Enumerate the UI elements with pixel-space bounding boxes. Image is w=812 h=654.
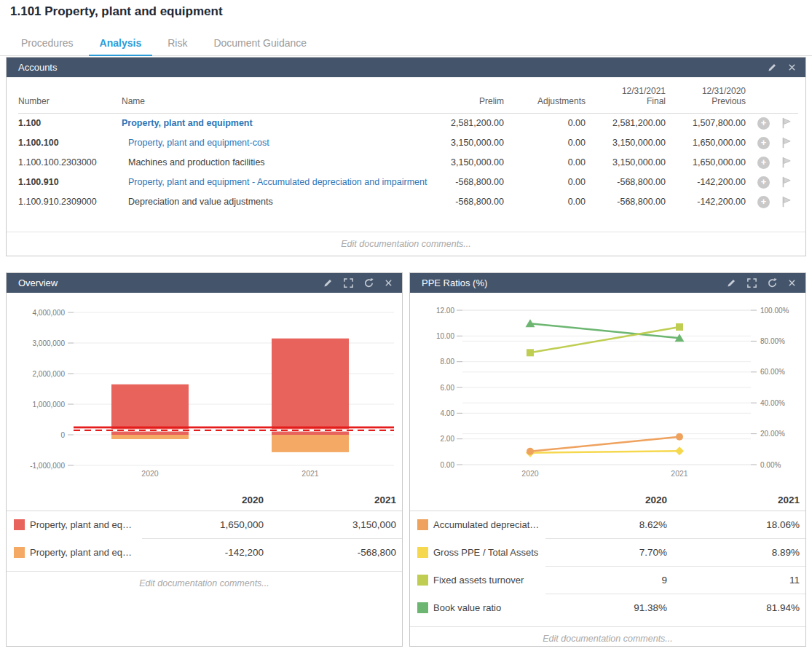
undo-icon[interactable]	[767, 277, 778, 288]
previous-value: 1,650,000.00	[666, 153, 746, 173]
legend-value: -142,200	[142, 539, 269, 567]
legend-row: Gross PPE / Total Assets7.70%8.89%	[410, 539, 805, 567]
svg-text:60.00%: 60.00%	[760, 368, 785, 376]
page-title: 1.101 Property, plant and equipment	[10, 4, 223, 19]
flag-icon[interactable]	[779, 176, 794, 189]
col-final-date: 12/31/2021	[586, 86, 666, 96]
account-name[interactable]: Property, plant and equipment-cost	[122, 133, 434, 153]
previous-value: -142,200.00	[666, 192, 746, 212]
expand-icon[interactable]	[343, 277, 354, 288]
account-number: 1.100.910.2309000	[18, 192, 122, 212]
tab-bar: ProceduresAnalysisRiskDocument Guidance	[0, 32, 812, 56]
svg-text:1,000,000: 1,000,000	[33, 401, 66, 409]
row-actions: +	[746, 173, 798, 192]
legend-swatch	[417, 575, 428, 586]
tab-risk[interactable]: Risk	[157, 32, 198, 55]
account-name[interactable]: Property, plant and equipment - Accumula…	[122, 173, 434, 192]
legend-label: Accumulated depreciatio...	[410, 511, 545, 539]
row-actions: +	[746, 192, 798, 212]
accounts-header-row: Number Name Prelim Adjustments 12/31/202…	[18, 77, 798, 114]
ppe-legend-block: 20202021Accumulated depreciatio...8.62%1…	[410, 490, 805, 650]
ppe-legend: 20202021Accumulated depreciatio...8.62%1…	[410, 490, 805, 622]
accounts-table: Number Name Prelim Adjustments 12/31/202…	[18, 77, 798, 212]
add-icon[interactable]: +	[757, 196, 770, 208]
final-value: -568,800.00	[586, 173, 666, 192]
overview-bar-chart: 4,000,0003,000,0002,000,0001,000,0000-1,…	[7, 296, 402, 488]
svg-text:4.00: 4.00	[441, 409, 455, 417]
ppe-comments-field[interactable]: Edit documentation comments...	[410, 626, 805, 650]
flag-icon[interactable]	[779, 117, 794, 130]
accounts-panel-header: Accounts	[7, 58, 805, 77]
row-icons: +	[746, 156, 798, 169]
close-icon[interactable]	[787, 278, 797, 288]
adjustments-value: 0.00	[504, 153, 586, 173]
tab-procedures[interactable]: Procedures	[10, 32, 84, 55]
legend-value: 8.62%	[545, 511, 673, 539]
close-icon[interactable]	[384, 278, 393, 288]
flag-icon[interactable]	[779, 195, 794, 208]
legend-header-spacer	[7, 490, 142, 511]
final-value: 2,581,200.00	[586, 114, 666, 133]
legend-value: 91.38%	[545, 594, 673, 622]
overview-legend: 20202021Property, plant and equip...1,65…	[7, 490, 402, 567]
account-name-text[interactable]: Property, plant and equipment - Accumula…	[122, 177, 427, 187]
adjustments-value: 0.00	[504, 192, 586, 212]
account-name-text[interactable]: Property, plant and equipment	[122, 118, 253, 128]
legend-row: Property, plant and equip...-142,200-568…	[7, 539, 402, 567]
account-name-text[interactable]: Property, plant and equipment-cost	[122, 138, 269, 148]
ppe-panel-header: PPE Ratios (%)	[410, 273, 805, 293]
flag-icon[interactable]	[779, 136, 794, 149]
adjustments-value: 0.00	[504, 133, 586, 153]
ppe-ratios-line-chart: 12.0010.008.006.004.002.000.00100.00%80.…	[410, 296, 805, 488]
flag-icon[interactable]	[779, 156, 794, 169]
close-icon[interactable]	[787, 63, 797, 72]
svg-text:4,000,000: 4,000,000	[33, 309, 66, 317]
overview-panel-title: Overview	[18, 277, 58, 288]
accounts-table-wrap: Number Name Prelim Adjustments 12/31/202…	[7, 77, 805, 212]
row-actions: +	[746, 114, 798, 133]
legend-year-2021: 2021	[673, 490, 805, 511]
expand-icon[interactable]	[746, 277, 757, 288]
legend-swatch	[417, 519, 428, 530]
svg-text:80.00%: 80.00%	[760, 337, 785, 345]
svg-text:0.00%: 0.00%	[760, 461, 781, 469]
account-number: 1.100.100	[18, 133, 122, 153]
add-icon[interactable]: +	[757, 117, 770, 130]
edit-icon[interactable]	[767, 62, 778, 73]
add-icon[interactable]: +	[757, 137, 770, 149]
overview-comments-field[interactable]: Edit documentation comments...	[7, 571, 402, 595]
legend-label: Fixed assets turnover	[410, 567, 545, 594]
account-number: 1.100.100.2303000	[18, 153, 122, 173]
legend-year-2020: 2020	[142, 490, 269, 511]
undo-icon[interactable]	[363, 277, 374, 288]
legend-swatch	[417, 547, 428, 558]
legend-value: 3,150,000	[269, 511, 402, 539]
row-icons: +	[746, 195, 798, 208]
edit-icon[interactable]	[323, 277, 334, 288]
adjustments-value: 0.00	[504, 114, 586, 133]
accounts-comments-field[interactable]: Edit documentation comments...	[7, 232, 805, 256]
tab-document-guidance[interactable]: Document Guidance	[202, 32, 318, 55]
add-icon[interactable]: +	[757, 157, 770, 169]
legend-header-spacer	[410, 490, 545, 511]
svg-text:2020: 2020	[521, 469, 539, 478]
previous-value: 1,650,000.00	[666, 133, 746, 153]
col-actions	[746, 77, 798, 114]
tab-analysis[interactable]: Analysis	[89, 32, 153, 56]
account-row: 1.100.100Property, plant and equipment-c…	[18, 133, 798, 153]
account-name[interactable]: Property, plant and equipment	[122, 114, 434, 133]
svg-text:6.00: 6.00	[441, 384, 455, 392]
svg-text:-1,000,000: -1,000,000	[30, 462, 65, 470]
account-row: 1.100.910.2309000Depreciation and value …	[18, 192, 798, 212]
legend-row: Fixed assets turnover911	[410, 567, 805, 594]
add-icon[interactable]: +	[757, 176, 770, 189]
edit-icon[interactable]	[726, 277, 737, 288]
legend-swatch	[14, 519, 25, 530]
legend-value: 18.06%	[673, 511, 805, 539]
accounts-panel-actions	[767, 62, 797, 73]
svg-text:0.00: 0.00	[441, 461, 455, 469]
col-final: 12/31/2021 Final	[586, 77, 666, 114]
legend-header-row: 20202021	[410, 490, 805, 511]
legend-swatch	[14, 547, 25, 558]
legend-value: 8.89%	[673, 539, 805, 567]
